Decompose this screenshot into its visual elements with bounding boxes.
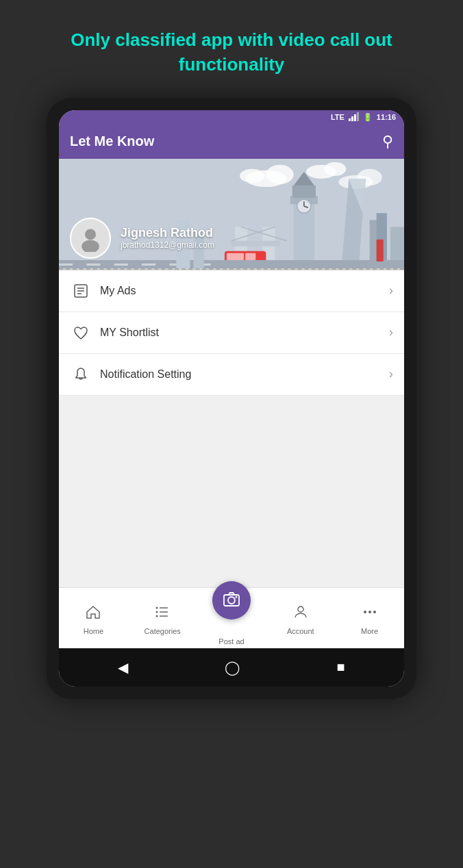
svg-point-57	[298, 607, 303, 612]
svg-rect-10	[292, 186, 316, 198]
menu-item-shortlist[interactable]: MY Shortlist ›	[59, 312, 404, 354]
nav-item-account[interactable]: Account	[266, 604, 335, 635]
svg-point-51	[156, 611, 158, 613]
menu-item-notification[interactable]: Notification Setting ›	[59, 354, 404, 396]
svg-point-56	[235, 596, 237, 598]
camera-icon	[223, 589, 240, 611]
phone-screen: LTE 🔋 11:16 Let Me Know ⚲	[59, 110, 404, 687]
svg-point-42	[85, 229, 96, 240]
phone-frame: LTE 🔋 11:16 Let Me Know ⚲	[47, 98, 416, 699]
content-area	[59, 396, 404, 587]
notification-arrow: ›	[389, 367, 393, 381]
shortlist-label: MY Shortlist	[100, 327, 389, 339]
nav-item-more[interactable]: More	[335, 604, 404, 635]
svg-point-43	[82, 240, 99, 252]
search-icon[interactable]: ⚲	[382, 133, 393, 151]
more-label: More	[361, 627, 378, 635]
svg-rect-26	[227, 253, 244, 260]
svg-rect-41	[377, 239, 384, 244]
svg-rect-33	[86, 264, 100, 266]
recents-button[interactable]: ■	[336, 659, 345, 675]
my-ads-label: My Ads	[100, 285, 389, 297]
nav-item-categories[interactable]: Categories	[128, 604, 197, 635]
person-icon	[292, 604, 309, 624]
categories-icon	[154, 604, 171, 624]
signal-icon	[349, 113, 359, 121]
categories-label: Categories	[145, 627, 181, 635]
time-display: 11:16	[377, 113, 396, 121]
bell-icon	[70, 366, 92, 383]
svg-rect-35	[142, 264, 155, 266]
avatar	[70, 218, 111, 259]
svg-point-3	[240, 169, 264, 183]
home-icon	[85, 604, 101, 624]
post-ad-button[interactable]	[212, 581, 251, 620]
svg-point-58	[364, 611, 366, 613]
svg-rect-27	[245, 253, 255, 260]
svg-point-53	[156, 615, 158, 617]
svg-point-59	[368, 611, 371, 613]
bottom-nav: Home Categories	[59, 587, 404, 648]
svg-point-60	[373, 611, 376, 613]
home-button[interactable]: ◯	[225, 659, 240, 676]
svg-rect-31	[59, 260, 404, 268]
nav-item-home[interactable]: Home	[59, 604, 128, 635]
notification-label: Notification Setting	[100, 368, 389, 381]
svg-point-2	[266, 165, 293, 184]
app-bar: Let Me Know ⚲	[59, 125, 404, 159]
heart-icon	[70, 324, 92, 341]
status-bar: LTE 🔋 11:16	[59, 110, 404, 125]
tagline: Only classified app with video call out …	[0, 0, 463, 98]
menu-item-my-ads[interactable]: My Ads ›	[59, 270, 404, 312]
svg-rect-32	[59, 264, 73, 266]
app-title: Let Me Know	[70, 133, 154, 149]
my-ads-arrow: ›	[389, 283, 393, 298]
profile-info: Jignesh Rathod jbrathod1312@gmail.com	[70, 218, 214, 259]
profile-name: Jignesh Rathod	[121, 226, 214, 240]
home-label: Home	[84, 627, 103, 635]
post-label: Post ad	[218, 637, 244, 646]
shortlist-arrow: ›	[389, 325, 393, 340]
svg-rect-22	[232, 240, 280, 246]
profile-banner: Jignesh Rathod jbrathod1312@gmail.com	[59, 159, 404, 268]
profile-text: Jignesh Rathod jbrathod1312@gmail.com	[121, 226, 214, 250]
system-bar: ◀ ◯ ■	[59, 648, 404, 687]
ads-icon	[70, 283, 92, 299]
svg-point-49	[156, 607, 158, 609]
svg-rect-34	[114, 264, 128, 266]
nav-item-post[interactable]: Post ad	[197, 593, 266, 646]
svg-point-55	[228, 597, 235, 604]
lte-indicator: LTE	[331, 113, 345, 121]
profile-email: jbrathod1312@gmail.com	[121, 240, 214, 250]
back-button[interactable]: ◀	[118, 659, 128, 676]
battery-icon: 🔋	[363, 113, 373, 122]
menu-list: My Ads › MY Shortlist ›	[59, 270, 404, 396]
svg-point-5	[324, 162, 346, 176]
account-label: Account	[287, 627, 314, 635]
svg-rect-40	[377, 244, 384, 261]
more-icon	[362, 604, 378, 624]
